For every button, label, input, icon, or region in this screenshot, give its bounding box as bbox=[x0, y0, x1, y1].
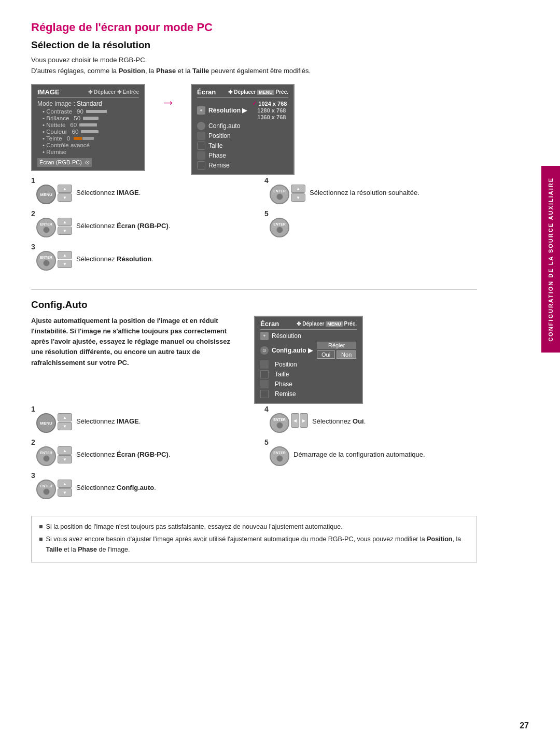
up-btn-step1[interactable]: ▲ bbox=[58, 185, 72, 193]
step1-text: Sélectionnez IMAGE. bbox=[76, 189, 141, 196]
note2: ■ Si vous avez encore besoin d'ajuster l… bbox=[39, 534, 469, 555]
step4-row: 4 ENTER ▲ ▼ Sélectionnez la résolution s… bbox=[264, 180, 477, 204]
enter-btn-s2-step2[interactable]: ENTER bbox=[36, 446, 56, 466]
section1-title: Sélection de la résolution bbox=[31, 39, 477, 51]
regler-label: Régler bbox=[317, 342, 356, 349]
s2-step5-text: Démarrage de la configuration automatiqu… bbox=[293, 451, 425, 458]
step2-row: 2 ENTER ▲ ▼ Sélectionnez Écran (RGB-PC). bbox=[31, 214, 244, 237]
up-btn-s2-step3[interactable]: ▲ bbox=[58, 480, 72, 488]
s2-step4-text: Sélectionnez Oui. bbox=[312, 417, 366, 425]
s2-step4-controls: ENTER ◀ ▶ bbox=[270, 413, 308, 433]
phase-icon1 bbox=[197, 151, 205, 160]
phase-row2: Phase bbox=[260, 380, 357, 388]
s2-step5-controls: ENTER bbox=[270, 446, 289, 466]
up-btn-step4[interactable]: ▲ bbox=[291, 185, 305, 193]
position-icon1 bbox=[197, 132, 205, 140]
ud-arrows-s2-step1: ▲ ▼ bbox=[58, 413, 72, 433]
step4-controls: ENTER ▲ ▼ bbox=[270, 185, 305, 204]
ud-arrows-step3: ▲ ▼ bbox=[58, 251, 72, 271]
enter-btn-s2-step5[interactable]: ENTER bbox=[270, 446, 289, 466]
down-btn-s2-step3[interactable]: ▼ bbox=[58, 488, 72, 497]
taille-row1: Taille bbox=[197, 142, 288, 150]
non-btn[interactable]: Non bbox=[337, 350, 356, 359]
note2-text: Si vous avez encore besoin d'ajuster l'i… bbox=[46, 534, 469, 555]
steps2-left-col: 1 MENU ▲ ▼ Sélectionnez IMAGE. 2 ENTER bbox=[31, 409, 244, 509]
oui-btn[interactable]: Oui bbox=[317, 350, 335, 359]
s2-step3-text: Sélectionnez Config.auto. bbox=[76, 484, 156, 491]
down-btn-step3[interactable]: ▼ bbox=[58, 260, 72, 268]
section2-title: Config.Auto bbox=[31, 299, 477, 311]
step2-num: 2 bbox=[31, 209, 35, 218]
step4-text: Sélectionnez la résolution souhaitée. bbox=[310, 189, 419, 196]
configauto-row1: Config.auto bbox=[197, 122, 288, 130]
ud-arrows-s2-step3: ▲ ▼ bbox=[58, 480, 72, 499]
configauto-active-row: ⊙ Config.auto ▶ Régler Oui Non bbox=[260, 342, 357, 359]
image-menu-title: IMAGE bbox=[37, 88, 60, 96]
enter-btn-s2-step3[interactable]: ENTER bbox=[36, 480, 56, 499]
left-btn-s2-step4[interactable]: ◀ bbox=[291, 413, 299, 428]
resolution-icon: + bbox=[197, 106, 205, 115]
enter-btn-step3[interactable]: ENTER bbox=[36, 251, 56, 271]
menu-btn-step1[interactable]: MENU bbox=[36, 185, 56, 204]
resolution-row: + Résolution ▶ ✓ 1024 x 768 1280 x 768 1… bbox=[197, 100, 288, 120]
ecran-move: ✤ Déplacer MENU Préc. bbox=[228, 89, 288, 95]
step3-text: Sélectionnez Résolution. bbox=[76, 255, 153, 263]
s2-step4-row: 4 ENTER ◀ ▶ Sélectionnez Oui. bbox=[264, 409, 477, 433]
s2-step2-controls: ENTER ▲ ▼ bbox=[36, 446, 72, 466]
configauto-icon2: ⊙ bbox=[260, 346, 269, 355]
mode-image-row: Mode image : Standard bbox=[37, 100, 139, 107]
up-btn-s2-step2[interactable]: ▲ bbox=[58, 446, 72, 455]
step3-row: 3 ENTER ▲ ▼ Sélectionnez Résolution. bbox=[31, 247, 244, 271]
s2-step5-num: 5 bbox=[264, 438, 269, 446]
s2-step1-row: 1 MENU ▲ ▼ Sélectionnez IMAGE. bbox=[31, 409, 244, 433]
step2-text: Sélectionnez Écran (RGB-PC). bbox=[76, 222, 170, 230]
down-btn-step2[interactable]: ▼ bbox=[58, 227, 72, 235]
ud-arrows-step1: ▲ ▼ bbox=[58, 185, 72, 204]
image-menu-move: ✤ Déplacer ✤ Entrée bbox=[88, 89, 139, 95]
up-btn-step3[interactable]: ▲ bbox=[58, 251, 72, 259]
taille-row2: Taille bbox=[260, 370, 357, 378]
intro-line1: Vous pouvez choisir le mode RGB-PC. bbox=[31, 56, 477, 64]
s2-step5-row: 5 ENTER Démarrage de la configuration au… bbox=[264, 442, 477, 466]
down-btn-step4[interactable]: ▼ bbox=[291, 193, 305, 202]
demo-arrow: → bbox=[161, 84, 175, 111]
step5-num: 5 bbox=[264, 209, 269, 218]
nettete-row: • Nëtteté60 bbox=[37, 122, 139, 128]
menu-btn-s2-step1[interactable]: MENU bbox=[36, 413, 56, 433]
up-btn-s2-step1[interactable]: ▲ bbox=[58, 413, 72, 421]
ud-arrows-step4: ▲ ▼ bbox=[291, 185, 305, 204]
up-btn-step2[interactable]: ▲ bbox=[58, 218, 72, 226]
ecran-header: Écran ✤ Déplacer MENU Préc. bbox=[197, 88, 288, 98]
ecran2-title: Écran bbox=[260, 320, 279, 328]
position-row2: Position bbox=[260, 360, 357, 369]
note1-text: Si la position de l'image n'est toujours… bbox=[46, 522, 343, 532]
step2-controls: ENTER ▲ ▼ bbox=[36, 218, 72, 237]
note1-bullet: ■ bbox=[39, 522, 43, 532]
config-popup: Régler Oui Non bbox=[317, 342, 356, 359]
s2-step1-controls: MENU ▲ ▼ bbox=[36, 413, 72, 433]
sidebar-label: Configuration de la source auxiliaire bbox=[541, 166, 560, 353]
enter-btn-step2[interactable]: ENTER bbox=[36, 218, 56, 237]
right-btn-s2-step4[interactable]: ▶ bbox=[300, 413, 308, 428]
remise-row2: Remise bbox=[260, 390, 357, 398]
s2-step2-text: Sélectionnez Écran (RGB-PC). bbox=[76, 451, 170, 458]
ecran-rgb-footer: Écran (RGB-PC) ⊙ bbox=[37, 158, 92, 167]
enter-btn-step4[interactable]: ENTER bbox=[270, 185, 289, 204]
configauto-icon1 bbox=[197, 122, 205, 130]
config-description: Ajuste automatiquement la position de l'… bbox=[31, 316, 239, 368]
oui-non-row: Oui Non bbox=[317, 350, 356, 359]
resolution-row2: + Résolution bbox=[260, 332, 357, 340]
step5-row: 5 ENTER bbox=[264, 214, 477, 237]
ecran2-move: ✤ Déplacer MENU Préc. bbox=[297, 321, 357, 327]
taille-icon1 bbox=[197, 142, 205, 150]
steps-left-col1: 1 MENU ▲ ▼ Sélectionnez IMAGE. 2 ENTER bbox=[31, 180, 244, 280]
down-btn-s2-step2[interactable]: ▼ bbox=[58, 455, 72, 463]
enter-btn-step5[interactable]: ENTER bbox=[270, 218, 289, 237]
brillance-row: • Brillance50 bbox=[37, 115, 139, 121]
step1-num: 1 bbox=[31, 176, 35, 185]
section1-steps: 1 MENU ▲ ▼ Sélectionnez IMAGE. 2 ENTER bbox=[31, 180, 477, 280]
down-btn-step1[interactable]: ▼ bbox=[58, 193, 72, 202]
s2-step3-controls: ENTER ▲ ▼ bbox=[36, 480, 72, 499]
enter-btn-s2-step4[interactable]: ENTER bbox=[270, 413, 289, 433]
down-btn-s2-step1[interactable]: ▼ bbox=[58, 422, 72, 430]
